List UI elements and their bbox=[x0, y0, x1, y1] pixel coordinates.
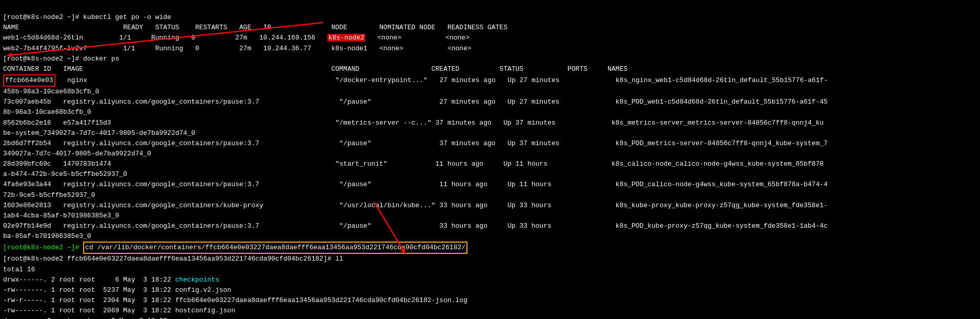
terminal-line-l2: NAME READY STATUS RESTARTS AGE IP NODE N… bbox=[3, 23, 977, 33]
directory-name: mounts bbox=[171, 317, 195, 319]
prompt: [root@k8s-node2 ~]# bbox=[3, 244, 83, 251]
terminal-line-l7: ffcb664e0e03 nginx "/docker-entrypoint..… bbox=[3, 74, 977, 87]
terminal-line-l5: [root@k8s-node2 ~]# docker ps bbox=[3, 54, 977, 64]
terminal-line-l1: [root@k8s-node2 ~]# kubectl get po -o wi… bbox=[3, 12, 977, 23]
terminal-window: [root@k8s-node2 ~]# kubectl get po -o wi… bbox=[0, 0, 980, 319]
terminal-line-l9: 73c007aeb45b registry.aliyuncs.com/googl… bbox=[3, 97, 977, 107]
text-part: <none> <none> bbox=[365, 34, 469, 42]
terminal-line-l29: -rw-------. 1 root root 2069 May 3 18:22… bbox=[3, 306, 977, 316]
terminal-line-l12: be-system_7349027a-7d7c-4017-9805-de7ba9… bbox=[3, 128, 977, 138]
terminal-line-l19: 1603e86e2813 registry.aliyuncs.com/googl… bbox=[3, 201, 977, 211]
terminal-line-l17: 4fa6e93e3a44 registry.aliyuncs.com/googl… bbox=[3, 180, 977, 190]
terminal-line-l3: web1-c5d84d68d-26tln 1/1 Running 0 27m 1… bbox=[3, 33, 977, 43]
terminal-line-l16: a-b474-472b-9ce5-b5cffbe52937_0 bbox=[3, 169, 977, 180]
terminal-line-l27: -rw-------. 1 root root 5237 May 3 18:22… bbox=[3, 285, 977, 295]
node-highlight: k8s-node2 bbox=[327, 34, 365, 42]
text-part: web1-c5d84d68d-26tln 1/1 Running 0 27m 1… bbox=[3, 34, 327, 42]
terminal-line-l11: 8562b6bc2e18 e57a417f15d3 "/metrics-serv… bbox=[3, 118, 977, 128]
terminal-line-l20: 1ab4-4cba-85af-b701986385e3_0 bbox=[3, 211, 977, 221]
terminal-line-l23: [root@k8s-node2 ~]# cd /var/lib/docker/c… bbox=[3, 242, 977, 254]
container-id-highlight: ffcb664e0e03 bbox=[3, 74, 55, 87]
terminal-line-l18: 72b-9ce5-b5cffbe52937_0 bbox=[3, 190, 977, 201]
directory-name: checkpoints bbox=[175, 276, 219, 284]
terminal-line-l6: CONTAINER ID IMAGE COMMAND CREATED STATU… bbox=[3, 64, 977, 74]
terminal-line-l15: 28d399bfc69c 1470783b1474 "start_runit" … bbox=[3, 159, 977, 169]
terminal-line-l28: -rw-r-----. 1 root root 2304 May 3 18:22… bbox=[3, 295, 977, 306]
terminal-line-l8: 458b-98a3-10cae68b3cfb_0 bbox=[3, 87, 977, 97]
terminal-line-l24: [root@k8s-node2 ffcb664e0e03227daea8daef… bbox=[3, 254, 977, 264]
cd-command-highlight: cd /var/lib/docker/containers/ffcb664e0e… bbox=[83, 242, 467, 254]
terminal-line-l22: ba-85af-b701986385e3_0 bbox=[3, 231, 977, 242]
terminal-line-l13: 2bd6d7ff2b54 registry.aliyuncs.com/googl… bbox=[3, 138, 977, 149]
text-part: drwx-x---. 2 root root 6 May 3 18:22 bbox=[3, 317, 171, 319]
terminal-line-l30: drwx-x---. 2 root root 6 May 3 18:22 mou… bbox=[3, 316, 977, 319]
terminal-line-l14: 349027a-7d7c-4017-9805-de7ba9922d74_0 bbox=[3, 149, 977, 159]
text-part: nginx "/docker-entrypoint..." 27 minutes… bbox=[55, 76, 828, 84]
terminal-line-l10: 8b-98a3-10cae68b3cfb_0 bbox=[3, 107, 977, 117]
terminal-line-l25: total 16 bbox=[3, 265, 977, 275]
terminal-line-l4: web2-7b44f4795f-lv2vf 1/1 Running 0 27m … bbox=[3, 44, 977, 54]
terminal-line-l26: drwx------. 2 root root 6 May 3 18:22 ch… bbox=[3, 275, 977, 285]
text-part: drwx------. 2 root root 6 May 3 18:22 bbox=[3, 276, 175, 284]
terminal-line-l21: 02e97fb14e9d registry.aliyuncs.com/googl… bbox=[3, 221, 977, 231]
